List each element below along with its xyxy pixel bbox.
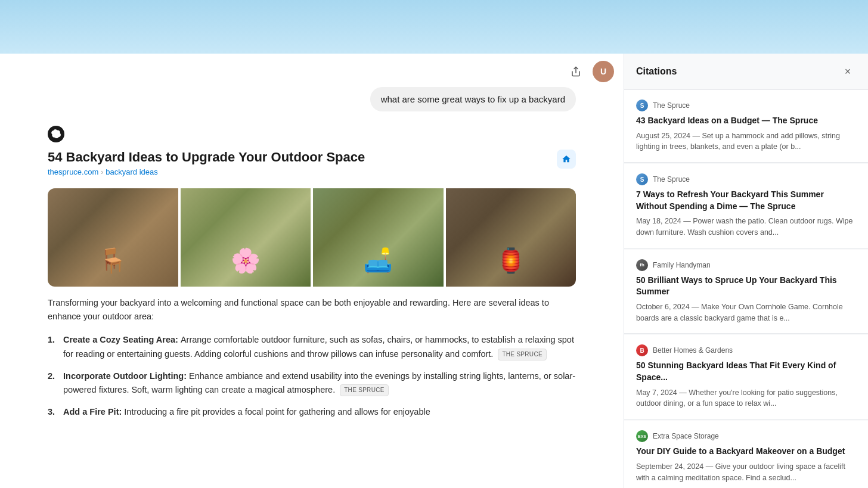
response-title-breadcrumb: 54 Backyard Ideas to Upgrade Your Outdoo…	[48, 150, 365, 186]
source-name: The Spruce	[653, 175, 690, 184]
backyard-image-4	[446, 188, 576, 287]
breadcrumb-current: backyard ideas	[106, 167, 157, 176]
citation-source: B Better Homes & Gardens	[636, 344, 856, 356]
citation-title: 50 Stunning Backyard Ideas That Fit Ever…	[636, 360, 856, 383]
citation-snippet: May 7, 2024 — Whether you're looking for…	[636, 387, 856, 410]
response-title: 54 Backyard Ideas to Upgrade Your Outdoo…	[48, 150, 365, 165]
citation-snippet: August 25, 2024 — Set up a hammock and a…	[636, 130, 856, 153]
list-item: 2. Incorporate Outdoor Lighting: Enhance…	[48, 369, 576, 397]
list-label: Incorporate Outdoor Lighting:	[63, 371, 189, 381]
citation-item[interactable]: fh Family Handyman 50 Brilliant Ways to …	[624, 250, 868, 334]
source-favicon: S	[636, 173, 648, 185]
list-num: 1.	[48, 333, 58, 360]
source-name: Better Homes & Gardens	[653, 346, 733, 355]
backyard-image-2	[181, 188, 311, 287]
user-message-text: what are some great ways to fix up a bac…	[381, 94, 565, 104]
close-citations-button[interactable]: ×	[839, 63, 856, 80]
citation-snippet: May 18, 2024 — Power wash the patio. Cle…	[636, 216, 856, 238]
citation-title: 43 Backyard Ideas on a Budget — The Spru…	[636, 115, 856, 127]
source-favicon: EXS	[636, 430, 648, 442]
citations-header: Citations ×	[624, 54, 868, 90]
citation-snippet: October 6, 2024 — Make Your Own Cornhole…	[636, 301, 856, 324]
response-list: 1. Create a Cozy Seating Area: Arrange c…	[48, 333, 576, 419]
citation-title: 50 Brilliant Ways to Spruce Up Your Back…	[636, 275, 856, 298]
citation-title: Your DIY Guide to a Backyard Makeover on…	[636, 446, 856, 458]
source-name: Extra Space Storage	[653, 432, 719, 440]
avatar-initial: U	[600, 67, 606, 76]
source-icon-button[interactable]	[557, 150, 576, 169]
source-favicon: fh	[636, 259, 648, 271]
citation-source: S The Spruce	[636, 100, 856, 111]
list-num: 2.	[48, 369, 58, 397]
top-bar	[0, 0, 868, 54]
list-label: Create a Cozy Seating Area:	[63, 335, 181, 344]
citations-title: Citations	[636, 66, 677, 77]
response-header: 54 Backyard Ideas to Upgrade Your Outdoo…	[48, 150, 576, 186]
user-message: what are some great ways to fix up a bac…	[370, 87, 576, 111]
citation-source: fh Family Handyman	[636, 259, 856, 271]
source-name: The Spruce	[653, 101, 690, 110]
avatar-button[interactable]: U	[593, 61, 614, 82]
chat-header-actions: U	[0, 54, 624, 87]
list-content: Create a Cozy Seating Area: Arrange comf…	[63, 333, 576, 360]
citation-item[interactable]: B Better Homes & Gardens 50 Stunning Bac…	[624, 335, 868, 419]
source-favicon: S	[636, 100, 648, 111]
backyard-image-1	[48, 188, 178, 287]
breadcrumb-domain[interactable]: thespruce.com	[48, 167, 98, 176]
response-logo-row	[48, 126, 576, 142]
list-item: 1. Create a Cozy Seating Area: Arrange c…	[48, 333, 576, 360]
main-container: U what are some great ways to fix up a b…	[0, 54, 868, 488]
list-num: 3.	[48, 405, 58, 419]
source-name: Family Handyman	[653, 261, 711, 269]
citations-list: S The Spruce 43 Backyard Ideas on a Budg…	[624, 90, 868, 488]
openai-logo	[48, 126, 64, 142]
citation-title: 7 Ways to Refresh Your Backyard This Sum…	[636, 189, 856, 212]
citation-source: EXS Extra Space Storage	[636, 430, 856, 442]
citation-tag: THE SPRUCE	[340, 384, 388, 396]
chat-panel: U what are some great ways to fix up a b…	[0, 54, 624, 488]
source-favicon: B	[636, 344, 648, 356]
response-intro: Transforming your backyard into a welcom…	[48, 296, 576, 324]
list-content: Incorporate Outdoor Lighting: Enhance am…	[63, 369, 576, 397]
breadcrumb-separator: ›	[101, 168, 103, 176]
citation-item[interactable]: EXS Extra Space Storage Your DIY Guide t…	[624, 421, 868, 488]
share-button[interactable]	[565, 61, 587, 82]
list-content: Add a Fire Pit: Introducing a fire pit p…	[63, 405, 576, 419]
breadcrumb: thespruce.com › backyard ideas	[48, 167, 365, 176]
user-message-bubble: what are some great ways to fix up a bac…	[48, 87, 576, 111]
citation-snippet: September 24, 2024 — Give your outdoor l…	[636, 461, 856, 484]
backyard-image-3	[313, 188, 444, 287]
citations-panel: Citations × S The Spruce 43 Backyard Ide…	[624, 54, 868, 488]
list-item: 3. Add a Fire Pit: Introducing a fire pi…	[48, 405, 576, 419]
list-label: Add a Fire Pit:	[63, 407, 124, 416]
chat-content: what are some great ways to fix up a bac…	[0, 87, 624, 488]
citation-item[interactable]: S The Spruce 7 Ways to Refresh Your Back…	[624, 164, 868, 248]
images-grid	[48, 188, 576, 287]
citation-source: S The Spruce	[636, 173, 856, 185]
citation-tag: THE SPRUCE	[498, 349, 546, 360]
citation-item[interactable]: S The Spruce 43 Backyard Ideas on a Budg…	[624, 90, 868, 163]
